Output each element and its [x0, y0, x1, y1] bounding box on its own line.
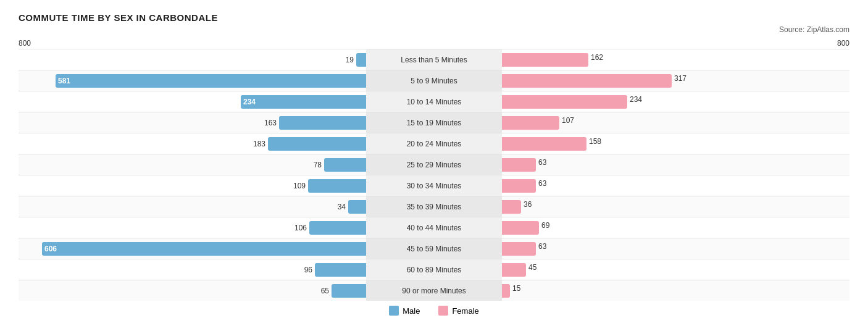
- female-bar: 158: [502, 137, 586, 151]
- bar-row-left: 581: [19, 70, 366, 91]
- category-label: Less than 5 Minutes: [366, 49, 502, 70]
- female-bar: 36: [502, 200, 521, 214]
- male-bar: 109: [308, 179, 366, 193]
- bar-row-right: 69: [502, 217, 849, 238]
- category-label: 90 or more Minutes: [366, 280, 502, 301]
- male-bar: 606: [42, 242, 366, 256]
- bar-row-left: 34: [19, 196, 366, 217]
- female-bar: 63: [502, 158, 536, 172]
- male-bar: 65: [332, 284, 366, 298]
- male-value-inside: 581: [58, 77, 73, 85]
- male-bar: 34: [348, 200, 366, 214]
- labels-col: Less than 5 Minutes5 to 9 Minutes10 to 1…: [366, 49, 502, 301]
- legend-female: Female: [438, 306, 478, 316]
- male-value: 78: [314, 161, 324, 169]
- chart-area: 1958123416318378109341066069665 Less tha…: [19, 49, 849, 301]
- bar-row-right: 63: [502, 175, 849, 196]
- category-label: 15 to 19 Minutes: [366, 112, 502, 133]
- bars-right: 16231723410715863633669634515: [502, 49, 849, 301]
- female-bar: 45: [502, 263, 526, 277]
- female-value: 63: [536, 242, 546, 251]
- female-value: 63: [536, 179, 546, 188]
- male-bar: 163: [279, 116, 366, 130]
- male-value: 19: [346, 56, 356, 64]
- female-value: 45: [526, 263, 536, 272]
- category-label: 45 to 59 Minutes: [366, 238, 502, 259]
- female-value: 107: [559, 116, 574, 125]
- female-bar: 63: [502, 179, 536, 193]
- category-label: 20 to 24 Minutes: [366, 133, 502, 154]
- male-bar: 96: [315, 263, 366, 277]
- bar-row-left: 606: [19, 238, 366, 259]
- bar-row-left: 106: [19, 217, 366, 238]
- legend-female-box: [438, 306, 448, 316]
- female-bar: 69: [502, 221, 539, 235]
- category-label: 35 to 39 Minutes: [366, 196, 502, 217]
- legend-male-label: Male: [403, 306, 420, 316]
- category-label: 5 to 9 Minutes: [366, 70, 502, 91]
- bar-row-left: 78: [19, 154, 366, 175]
- female-value: 36: [521, 200, 532, 209]
- female-value: 63: [536, 158, 546, 167]
- male-value-inside: 234: [243, 98, 258, 106]
- female-bar: 15: [502, 284, 510, 298]
- category-label: 40 to 44 Minutes: [366, 217, 502, 238]
- female-bar: 107: [502, 116, 559, 130]
- bar-row-left: 19: [19, 49, 366, 70]
- male-bar: 78: [324, 158, 366, 172]
- male-value: 34: [338, 203, 348, 211]
- female-bar: 317: [502, 74, 672, 88]
- axis-left-label: 800: [19, 39, 31, 48]
- male-bar: 106: [309, 221, 366, 235]
- legend-male-box: [389, 306, 399, 316]
- legend-male: Male: [389, 306, 420, 316]
- bar-row-right: 158: [502, 133, 849, 154]
- male-bar: 183: [268, 137, 366, 151]
- legend-female-label: Female: [452, 306, 478, 316]
- bar-row-left: 109: [19, 175, 366, 196]
- legend: Male Female: [19, 306, 849, 316]
- female-value: 69: [539, 221, 549, 230]
- female-value: 317: [672, 74, 686, 83]
- male-value: 183: [253, 140, 268, 148]
- bar-row-right: 15: [502, 280, 849, 301]
- female-value: 234: [627, 95, 642, 104]
- female-bar: 234: [502, 95, 627, 109]
- male-value: 96: [304, 266, 315, 274]
- category-label: 10 to 14 Minutes: [366, 91, 502, 112]
- category-label: 30 to 34 Minutes: [366, 175, 502, 196]
- male-value-inside: 606: [44, 245, 59, 253]
- bar-row-right: 107: [502, 112, 849, 133]
- bar-row-right: 234: [502, 91, 849, 112]
- male-bar: 581: [56, 74, 366, 88]
- female-value: 158: [586, 137, 601, 146]
- bar-row-left: 234: [19, 91, 366, 112]
- category-label: 25 to 29 Minutes: [366, 154, 502, 175]
- axis-right-label: 800: [837, 39, 849, 48]
- bar-row-right: 63: [502, 238, 849, 259]
- male-value: 109: [293, 182, 308, 190]
- bar-row-right: 63: [502, 154, 849, 175]
- male-value: 106: [294, 224, 309, 232]
- female-bar: 63: [502, 242, 536, 256]
- male-value: 163: [264, 119, 279, 127]
- bar-row-left: 163: [19, 112, 366, 133]
- male-bar: 19: [356, 53, 366, 67]
- bar-row-right: 162: [502, 49, 849, 70]
- male-bar: 234: [241, 95, 366, 109]
- source-label: Source: ZipAtlas.com: [19, 25, 849, 34]
- female-value: 15: [510, 284, 520, 293]
- bars-left: 1958123416318378109341066069665: [19, 49, 366, 301]
- category-label: 60 to 89 Minutes: [366, 259, 502, 280]
- page-title: COMMUTE TIME BY SEX IN CARBONDALE: [19, 12, 849, 23]
- male-value: 65: [321, 287, 332, 295]
- bar-row-left: 65: [19, 280, 366, 301]
- female-value: 162: [588, 53, 603, 62]
- female-bar: 162: [502, 53, 588, 67]
- bar-row-left: 183: [19, 133, 366, 154]
- bar-row-right: 317: [502, 70, 849, 91]
- bar-row-right: 45: [502, 259, 849, 280]
- bar-row-right: 36: [502, 196, 849, 217]
- chart-container: 800 800 1958123416318378109341066069665 …: [19, 39, 849, 316]
- bar-row-left: 96: [19, 259, 366, 280]
